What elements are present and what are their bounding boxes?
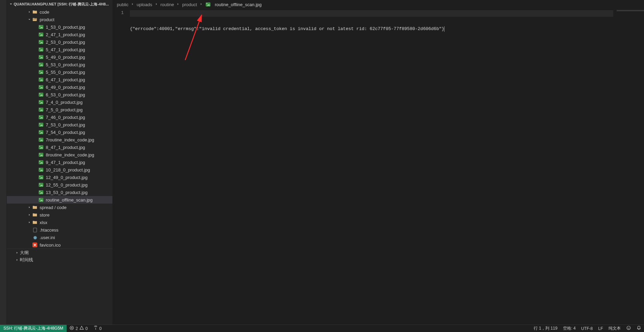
file-label: 2_53_0_product.jpg: [46, 40, 85, 45]
ports-count: 0: [99, 326, 102, 331]
image-icon: [38, 144, 44, 150]
breadcrumb-part[interactable]: product: [182, 2, 197, 7]
file-item[interactable]: 6_53_0_product.jpg: [7, 91, 112, 98]
folder-label: code: [40, 10, 49, 15]
file-item[interactable]: 2_47_1_product.jpg: [7, 31, 112, 38]
folder-icon: [32, 220, 38, 225]
editor-area: public uploads routine product routine_o…: [113, 0, 644, 324]
minimap[interactable]: [617, 9, 644, 324]
file-label: 5_55_0_product.jpg: [46, 70, 85, 75]
status-bar: SSH: 行铺-腾讯云-上海-4H8G5M 2 0 0 行 1，列 119 空格…: [0, 324, 644, 332]
image-icon: [38, 69, 44, 75]
file-item[interactable]: 12_55_0_product.jpg: [7, 181, 112, 189]
code-content[interactable]: {"errcode":40001,"errmsg":"invalid crede…: [130, 9, 617, 324]
bell-icon: [636, 326, 641, 331]
file-item[interactable]: 8_47_1_product.jpg: [7, 143, 112, 151]
file-userini[interactable]: .user.ini: [7, 234, 112, 241]
folder-label: spread / code: [40, 205, 67, 210]
folder-product[interactable]: product: [7, 16, 112, 23]
folder-label: xlsx: [40, 220, 47, 225]
file-label: 8_47_1_product.jpg: [46, 145, 85, 150]
image-icon: [38, 137, 44, 142]
file-item[interactable]: 7_46_0_product.jpg: [7, 113, 112, 121]
status-line-col[interactable]: 行 1，列 119: [531, 325, 560, 332]
folder-label: product: [40, 17, 54, 22]
image-icon: [38, 114, 44, 120]
activity-bar[interactable]: [0, 0, 7, 324]
file-item[interactable]: 13_53_0_product.jpg: [7, 189, 112, 196]
image-icon: [38, 47, 44, 52]
minimap-thumb[interactable]: [617, 10, 644, 11]
file-item[interactable]: 2_53_0_product.jpg: [7, 38, 112, 46]
status-remote[interactable]: SSH: 行铺-腾讯云-上海-4H8G5M: [0, 325, 67, 332]
svg-point-7: [629, 327, 629, 328]
status-ports[interactable]: 0: [91, 325, 105, 332]
file-label: .htaccess: [40, 227, 58, 233]
line-gutter: 1: [113, 9, 130, 324]
image-icon: [38, 190, 44, 195]
file-label: 6_47_1_product.jpg: [46, 77, 85, 82]
file-item[interactable]: 12_49_0_product.jpg: [7, 174, 112, 181]
section-timeline[interactable]: 时间线: [7, 256, 112, 264]
folder-spread-code[interactable]: spread / code: [7, 204, 112, 211]
file-item[interactable]: routine_offline_scan.jpg: [7, 196, 112, 204]
file-item[interactable]: 7routine_index_code.jpg: [7, 136, 112, 143]
svg-point-6: [628, 327, 628, 328]
file-item[interactable]: 5_47_1_product.jpg: [7, 46, 112, 53]
file-item[interactable]: 6_47_1_product.jpg: [7, 76, 112, 83]
file-label: 2_47_1_product.jpg: [46, 32, 85, 37]
status-eol[interactable]: LF: [595, 325, 606, 332]
file-item[interactable]: 9_47_1_product.jpg: [7, 158, 112, 166]
image-icon: [38, 62, 44, 67]
breadcrumb-part[interactable]: uploads: [137, 2, 152, 7]
image-icon: [38, 84, 44, 90]
file-label: 13_53_0_product.jpg: [46, 190, 87, 195]
breadcrumb-part[interactable]: public: [117, 2, 128, 7]
image-icon: [38, 107, 44, 112]
file-favicon[interactable]: ★ favicon.ico: [7, 241, 112, 249]
file-label: 5_49_0_product.jpg: [46, 55, 85, 60]
image-icon: [38, 182, 44, 188]
explorer-sidebar: QUANTAI.HANGPU.NET [SSH: 行铺-腾讯云-上海-4H8..…: [7, 0, 113, 324]
file-label: 9_47_1_product.jpg: [46, 160, 85, 165]
file-item[interactable]: 7_4_0_product.jpg: [7, 98, 112, 106]
status-bell[interactable]: [634, 325, 644, 332]
status-lang[interactable]: 纯文本: [606, 325, 624, 332]
folder-store[interactable]: store: [7, 211, 112, 219]
text-cursor: [444, 26, 444, 32]
folder-label: store: [40, 212, 50, 218]
status-encoding[interactable]: UTF-8: [578, 325, 595, 332]
image-icon: [38, 175, 44, 180]
image-icon: [38, 152, 44, 157]
file-item[interactable]: 5_55_0_product.jpg: [7, 68, 112, 76]
breadcrumb-current[interactable]: routine_offline_scan.jpg: [215, 2, 262, 7]
warning-icon: [79, 326, 84, 331]
status-problems[interactable]: 2 0: [67, 325, 90, 332]
chevron-right-icon: [14, 258, 20, 262]
image-icon: [38, 160, 44, 165]
file-item[interactable]: 7_5_0_product.jpg: [7, 106, 112, 113]
image-icon: [38, 197, 44, 203]
file-item[interactable]: 1_53_0_product.jpg: [7, 23, 112, 31]
file-item[interactable]: 8routine_index_code.jpg: [7, 151, 112, 158]
status-feedback[interactable]: [624, 325, 634, 332]
section-outline[interactable]: 大纲: [7, 249, 112, 256]
file-item[interactable]: 5_53_0_product.jpg: [7, 61, 112, 68]
breadcrumb[interactable]: public uploads routine product routine_o…: [113, 0, 644, 9]
chevron-down-icon: [27, 18, 32, 21]
status-spaces[interactable]: 空格: 4: [560, 325, 578, 332]
chevron-down-icon: [8, 1, 14, 7]
workspace-header[interactable]: QUANTAI.HANGPU.NET [SSH: 行铺-腾讯云-上海-4H8..…: [7, 0, 112, 8]
file-htaccess[interactable]: .htaccess: [7, 226, 112, 234]
file-item[interactable]: 5_49_0_product.jpg: [7, 53, 112, 61]
file-item[interactable]: 7_53_0_product.jpg: [7, 121, 112, 128]
editor-body[interactable]: 1 {"errcode":40001,"errmsg":"invalid cre…: [113, 9, 644, 324]
folder-code[interactable]: code: [7, 8, 112, 16]
folder-xlsx[interactable]: xlsx: [7, 219, 112, 226]
folder-icon: [32, 9, 38, 15]
file-item[interactable]: 7_54_0_product.jpg: [7, 128, 112, 136]
file-item[interactable]: 6_49_0_product.jpg: [7, 83, 112, 91]
file-item[interactable]: 10_218_0_product.jpg: [7, 166, 112, 174]
file-label: 7_54_0_product.jpg: [46, 130, 85, 135]
breadcrumb-part[interactable]: routine: [161, 2, 174, 7]
